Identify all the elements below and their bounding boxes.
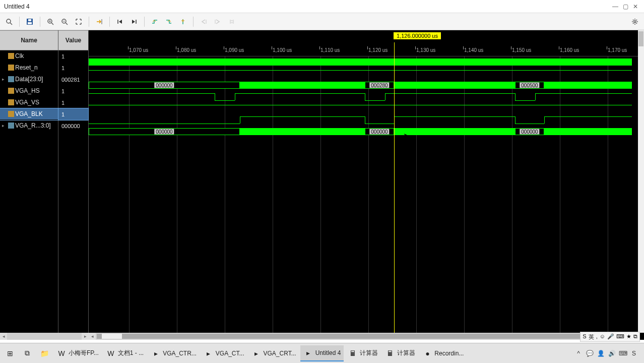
- waveform-row[interactable]: [89, 91, 638, 103]
- go-first-icon[interactable]: [114, 16, 126, 28]
- langbar-item[interactable]: ⧉: [633, 333, 637, 340]
- signal-row-clk[interactable]: Clk: [0, 50, 58, 62]
- signal-row-vgar[interactable]: ▸VGA_R...3:0]: [0, 120, 58, 132]
- prev-transition-icon[interactable]: [149, 16, 161, 28]
- bus-value-label: 000000: [154, 83, 174, 88]
- app-icon: ▸: [204, 348, 214, 358]
- tray-icon[interactable]: 👤: [597, 349, 605, 357]
- taskbar-item[interactable]: 📁: [36, 345, 52, 361]
- cursor-line[interactable]: [394, 42, 395, 333]
- zoom-out-icon[interactable]: [58, 16, 71, 28]
- waveform-content[interactable]: 000000000280000500000000000000000000: [89, 56, 638, 333]
- langbar-item[interactable]: 英: [589, 333, 594, 340]
- value-row[interactable]: 1: [58, 50, 88, 62]
- panel-horizontal-scrollbar[interactable]: ◂▸: [0, 333, 89, 340]
- tray-icon[interactable]: 🔊: [608, 349, 616, 357]
- prev-marker-icon[interactable]: [198, 16, 210, 28]
- name-header[interactable]: Name: [0, 30, 58, 50]
- save-icon[interactable]: [24, 16, 36, 28]
- signal-row-blk[interactable]: VGA_BLK: [0, 108, 58, 120]
- ruler-tick: 1,120 us: [368, 47, 388, 53]
- value-row[interactable]: 1: [58, 97, 88, 108]
- minimize-button[interactable]: —: [611, 2, 620, 11]
- scroll-left-icon[interactable]: ◂: [0, 333, 7, 340]
- waveform-segment: [89, 58, 632, 66]
- langbar-item[interactable]: ★: [626, 333, 631, 340]
- app-icon: W: [56, 348, 67, 358]
- taskbar-item[interactable]: ▸VGA_CT...: [201, 345, 247, 361]
- taskbar-item[interactable]: ⊞: [2, 345, 18, 361]
- swap-markers-icon[interactable]: [226, 16, 238, 28]
- toolbar: [0, 13, 644, 30]
- langbar-item[interactable]: ⌨: [616, 333, 624, 340]
- signal-row-data[interactable]: ▸Data[23:0]: [0, 74, 58, 85]
- time-ruler[interactable]: 1,070 us1,080 us1,090 us1,100 us1,110 us…: [89, 42, 638, 56]
- go-last-icon[interactable]: [128, 16, 140, 28]
- language-bar[interactable]: S英,☺🎤⌨★⧉: [580, 332, 640, 342]
- value-header[interactable]: Value: [58, 30, 88, 50]
- gear-icon[interactable]: [629, 16, 641, 28]
- scrollbar-thumb[interactable]: [638, 31, 643, 46]
- signal-row-hs[interactable]: VGA_HS: [0, 85, 58, 97]
- taskbar-item-label: VGA_CTR...: [163, 350, 197, 357]
- waveform-horizontal-scrollbar[interactable]: ◂ ▸: [89, 333, 638, 340]
- taskbar-item[interactable]: ▸VGA_CRT...: [248, 345, 299, 361]
- langbar-item[interactable]: ,: [596, 333, 598, 340]
- next-marker-icon[interactable]: [212, 16, 224, 28]
- zoom-fit-icon[interactable]: [73, 16, 85, 28]
- scroll-right-icon[interactable]: ▸: [82, 333, 89, 340]
- taskbar-item[interactable]: W小梅哥FP...: [53, 345, 102, 361]
- taskbar-item[interactable]: ●Recordin...: [419, 345, 467, 361]
- expand-icon[interactable]: ▸: [2, 123, 7, 128]
- app-icon: 🖩: [385, 348, 395, 358]
- taskbar-item-label: VGA_CRT...: [264, 350, 296, 357]
- close-button[interactable]: ✕: [631, 2, 640, 11]
- langbar-item[interactable]: 🎤: [607, 333, 614, 340]
- maximize-button[interactable]: ▢: [621, 2, 630, 11]
- waveform-row[interactable]: [89, 103, 638, 114]
- zoom-in-icon[interactable]: [44, 16, 56, 28]
- expand-icon[interactable]: ▸: [2, 77, 7, 82]
- app-icon: ⧉: [22, 348, 32, 358]
- waveform-row[interactable]: 000000000280000500: [89, 80, 638, 91]
- scroll-left-icon[interactable]: ◂: [89, 333, 96, 340]
- taskbar-item[interactable]: 🖩计算器: [382, 345, 418, 361]
- scrollbar-track[interactable]: [97, 334, 630, 339]
- main-area: Name Clk Reset_n ▸Data[23:0] VGA_HS VGA_…: [0, 30, 644, 340]
- taskbar-item[interactable]: ▸Untitled 4: [300, 345, 344, 361]
- waveform-edge: [515, 116, 516, 124]
- value-row[interactable]: 000000: [58, 120, 88, 132]
- tray-icon[interactable]: S: [630, 349, 638, 357]
- waveform-row[interactable]: 000000000000000000: [89, 126, 638, 138]
- signal-row-reset[interactable]: Reset_n: [0, 62, 58, 74]
- taskbar-item-label: 计算器: [360, 349, 378, 357]
- tray-icon[interactable]: ^: [574, 349, 583, 357]
- langbar-item[interactable]: ☺: [600, 333, 605, 340]
- vertical-scrollbar[interactable]: [638, 30, 644, 333]
- langbar-item[interactable]: S: [583, 333, 586, 340]
- tray-icon[interactable]: 💬: [586, 349, 594, 357]
- tray-icon[interactable]: ⌨: [619, 349, 627, 357]
- value-row[interactable]: 1: [58, 85, 88, 97]
- taskbar-item[interactable]: W文档1 - ...: [103, 345, 147, 361]
- go-to-cursor-icon[interactable]: [93, 16, 105, 28]
- search-icon[interactable]: [3, 16, 15, 28]
- bus-segment: 000500: [515, 82, 544, 89]
- waveform-row[interactable]: [89, 56, 638, 68]
- next-transition-icon[interactable]: [163, 16, 175, 28]
- value-row[interactable]: 000281: [58, 74, 88, 85]
- add-marker-icon[interactable]: [177, 16, 189, 28]
- value-row[interactable]: 1: [58, 108, 88, 120]
- taskbar-item[interactable]: ▸VGA_CTR...: [148, 345, 200, 361]
- value-row[interactable]: 1: [58, 62, 88, 74]
- app-icon: 📁: [39, 348, 49, 358]
- signal-row-vs[interactable]: VGA_VS: [0, 97, 58, 108]
- waveform-edge: [365, 93, 365, 100]
- taskbar-item[interactable]: 🖩计算器: [345, 345, 381, 361]
- waveform-row[interactable]: [89, 68, 638, 80]
- waveform-segment: [215, 100, 235, 101]
- scrollbar-thumb[interactable]: [102, 334, 122, 339]
- waveform-row[interactable]: [89, 114, 638, 126]
- taskbar-item[interactable]: ⧉: [19, 345, 35, 361]
- waveform-area[interactable]: 1,126.000000 us 1,070 us1,080 us1,090 us…: [89, 30, 644, 340]
